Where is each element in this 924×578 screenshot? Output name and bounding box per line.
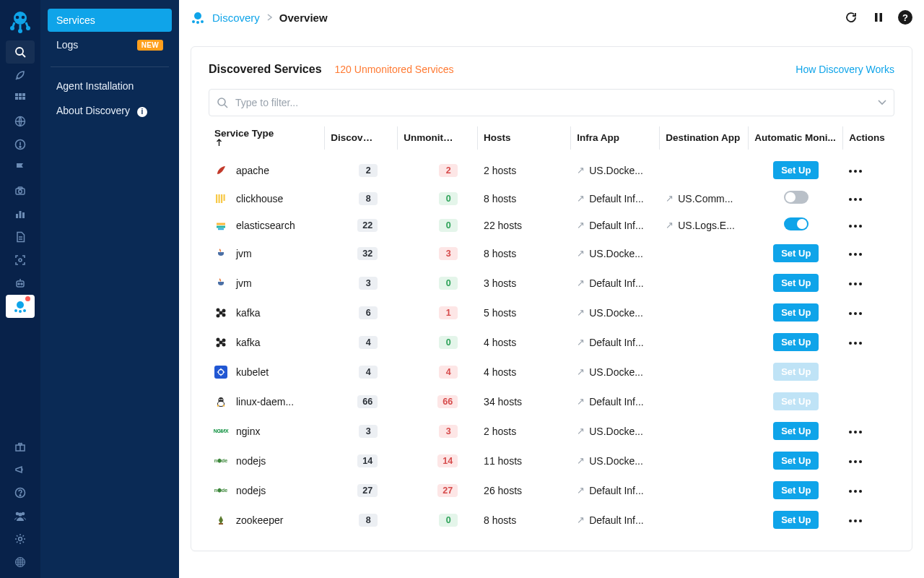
setup-button[interactable]: Set Up bbox=[773, 244, 819, 262]
service-cell[interactable]: NGIИXnginx bbox=[214, 425, 319, 438]
service-cell[interactable]: linux-daem... bbox=[214, 395, 319, 408]
hosts-cell[interactable]: 8 hosts bbox=[478, 505, 571, 535]
infra-app-link[interactable]: ↗US.Docke... bbox=[577, 165, 654, 176]
sidebar-item-logs[interactable]: Logs NEW bbox=[48, 33, 172, 56]
infra-app-link[interactable]: ↗US.Docke... bbox=[577, 307, 654, 319]
refresh-icon[interactable] bbox=[843, 9, 859, 25]
infra-app-link[interactable]: ↗Default Inf... bbox=[577, 277, 654, 289]
row-actions-menu[interactable] bbox=[849, 278, 862, 290]
service-cell[interactable]: kafka bbox=[214, 336, 319, 349]
col-discovered[interactable]: Discovered bbox=[325, 121, 398, 155]
breadcrumb-section[interactable]: Discovery bbox=[212, 12, 260, 24]
infra-app-link[interactable]: ↗US.Docke... bbox=[577, 366, 654, 378]
col-service[interactable]: Service Type bbox=[209, 121, 325, 155]
hosts-cell[interactable]: 22 hosts bbox=[478, 212, 571, 238]
auto-monitoring-toggle[interactable] bbox=[784, 191, 808, 204]
setup-button[interactable]: Set Up bbox=[773, 452, 819, 470]
setup-button[interactable]: Set Up bbox=[773, 422, 819, 440]
col-unmonitored[interactable]: Unmonitored bbox=[398, 121, 478, 155]
infra-app-link[interactable]: ↗Default Inf... bbox=[577, 485, 654, 496]
service-cell[interactable]: zookeeper bbox=[214, 514, 319, 527]
auto-monitoring-toggle[interactable] bbox=[784, 217, 808, 230]
destination-app-link[interactable]: ↗US.Comm... bbox=[666, 193, 743, 204]
col-destination[interactable]: Destination App bbox=[660, 121, 749, 155]
globe2-icon[interactable] bbox=[6, 551, 35, 574]
destination-app-link[interactable]: ↗US.Logs.E... bbox=[666, 220, 743, 231]
grid-icon[interactable] bbox=[6, 87, 35, 110]
infra-app-link[interactable]: ↗US.Docke... bbox=[577, 426, 654, 437]
rocket-icon[interactable] bbox=[6, 64, 35, 87]
camera-icon[interactable] bbox=[6, 179, 35, 202]
alert-icon[interactable] bbox=[6, 133, 35, 156]
setup-button[interactable]: Set Up bbox=[773, 303, 819, 322]
service-cell[interactable]: jvm bbox=[214, 247, 319, 260]
setup-button[interactable]: Set Up bbox=[773, 274, 819, 292]
col-automatic-monitoring[interactable]: Automatic Moni... bbox=[749, 121, 843, 155]
service-cell[interactable]: kubelet bbox=[214, 366, 319, 379]
hosts-cell[interactable]: 26 hosts bbox=[478, 475, 571, 505]
infra-app-link[interactable]: ↗US.Docke... bbox=[577, 248, 654, 259]
filter-input[interactable] bbox=[235, 97, 871, 108]
help-icon[interactable] bbox=[6, 481, 35, 504]
col-hosts[interactable]: Hosts bbox=[478, 121, 571, 155]
hosts-cell[interactable]: 8 hosts bbox=[478, 238, 571, 268]
sidebar-item-agent-installation[interactable]: Agent Installation bbox=[48, 74, 172, 98]
sidebar-item-services[interactable]: Services bbox=[48, 9, 172, 32]
gear-icon[interactable] bbox=[6, 527, 35, 551]
service-cell[interactable]: clickhouse bbox=[214, 192, 319, 205]
row-actions-menu[interactable] bbox=[849, 486, 862, 497]
hosts-cell[interactable]: 4 hosts bbox=[478, 357, 571, 387]
row-actions-menu[interactable] bbox=[849, 165, 862, 177]
hosts-cell[interactable]: 3 hosts bbox=[478, 268, 571, 298]
hosts-cell[interactable]: 2 hosts bbox=[478, 155, 571, 185]
chart-icon[interactable] bbox=[6, 202, 35, 225]
hosts-cell[interactable]: 11 hosts bbox=[478, 446, 571, 475]
chevron-down-icon[interactable] bbox=[878, 100, 886, 105]
flag-icon[interactable] bbox=[6, 156, 35, 179]
service-cell[interactable]: elasticsearch bbox=[214, 219, 319, 232]
row-actions-menu[interactable] bbox=[849, 426, 862, 438]
hosts-cell[interactable]: 34 hosts bbox=[478, 387, 571, 416]
robot-icon[interactable] bbox=[6, 272, 35, 295]
row-actions-menu[interactable] bbox=[849, 337, 862, 349]
setup-button[interactable]: Set Up bbox=[773, 363, 819, 381]
hosts-cell[interactable]: 4 hosts bbox=[478, 327, 571, 357]
row-actions-menu[interactable] bbox=[849, 249, 862, 260]
infra-app-link[interactable]: ↗Default Inf... bbox=[577, 193, 654, 204]
col-infra[interactable]: Infra App bbox=[571, 121, 660, 155]
doc-icon[interactable] bbox=[6, 225, 35, 249]
search-icon[interactable] bbox=[6, 40, 35, 64]
gift-icon[interactable] bbox=[6, 435, 35, 458]
discovery-icon[interactable] bbox=[6, 295, 35, 318]
service-cell[interactable]: n⬢denodejs bbox=[214, 454, 319, 467]
globe-icon[interactable] bbox=[6, 110, 35, 133]
infra-app-link[interactable]: ↗Default Inf... bbox=[577, 337, 654, 348]
service-cell[interactable]: apache bbox=[214, 164, 319, 177]
focus-icon[interactable] bbox=[6, 249, 35, 272]
infra-app-link[interactable]: ↗Default Inf... bbox=[577, 396, 654, 407]
megaphone-icon[interactable] bbox=[6, 458, 35, 481]
setup-button[interactable]: Set Up bbox=[773, 392, 819, 410]
hosts-cell[interactable]: 5 hosts bbox=[478, 298, 571, 327]
help-button[interactable]: ? bbox=[898, 10, 912, 25]
row-actions-menu[interactable] bbox=[849, 515, 862, 527]
row-actions-menu[interactable] bbox=[849, 220, 862, 232]
service-cell[interactable]: kafka bbox=[214, 306, 319, 319]
pause-icon[interactable] bbox=[871, 9, 886, 25]
infra-app-link[interactable]: ↗Default Inf... bbox=[577, 220, 654, 231]
filter-input-wrap[interactable] bbox=[209, 89, 894, 116]
hosts-cell[interactable]: 2 hosts bbox=[478, 416, 571, 446]
service-cell[interactable]: n⬢denodejs bbox=[214, 484, 319, 497]
row-actions-menu[interactable] bbox=[849, 308, 862, 319]
sidebar-item-about-discovery[interactable]: About Discovery i bbox=[48, 99, 172, 123]
setup-button[interactable]: Set Up bbox=[773, 161, 819, 179]
setup-button[interactable]: Set Up bbox=[773, 511, 819, 529]
setup-button[interactable]: Set Up bbox=[773, 481, 819, 499]
hosts-cell[interactable]: 8 hosts bbox=[478, 185, 571, 212]
row-actions-menu[interactable] bbox=[849, 194, 862, 205]
row-actions-menu[interactable] bbox=[849, 456, 862, 467]
product-logo[interactable] bbox=[6, 7, 35, 36]
how-discovery-works-link[interactable]: How Discovery Works bbox=[796, 64, 894, 75]
setup-button[interactable]: Set Up bbox=[773, 333, 819, 351]
infra-app-link[interactable]: ↗Default Inf... bbox=[577, 514, 654, 526]
